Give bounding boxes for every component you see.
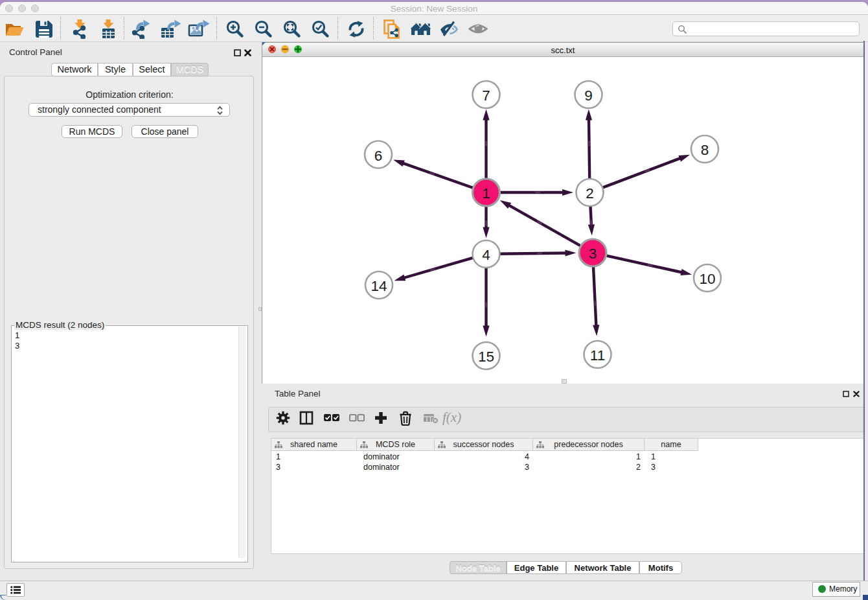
svg-text:1: 1 — [482, 185, 490, 202]
svg-text:4: 4 — [482, 247, 490, 263]
svg-text:10: 10 — [699, 271, 715, 287]
svg-text:14: 14 — [371, 278, 387, 294]
svg-text:8: 8 — [701, 142, 709, 158]
svg-text:9: 9 — [584, 87, 593, 104]
svg-text:3: 3 — [589, 246, 597, 262]
svg-text:6: 6 — [374, 148, 383, 164]
svg-text:2: 2 — [586, 185, 594, 202]
svg-text:7: 7 — [482, 87, 490, 104]
svg-text:f(x): f(x) — [442, 410, 461, 425]
svg-text:11: 11 — [590, 347, 605, 363]
svg-text:15: 15 — [478, 349, 494, 365]
